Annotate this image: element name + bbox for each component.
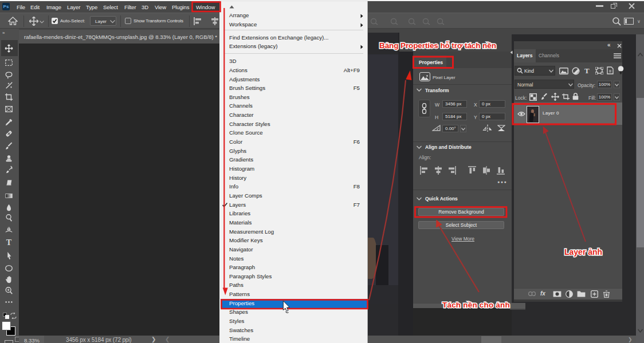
svg-text:Tách nền cho ảnh: Tách nền cho ảnh [442, 301, 510, 309]
svg-text:Layer ảnh: Layer ảnh [564, 247, 602, 257]
svg-text:Bảng Properties hỗ trợ tách nề: Bảng Properties hỗ trợ tách nền [379, 41, 496, 50]
